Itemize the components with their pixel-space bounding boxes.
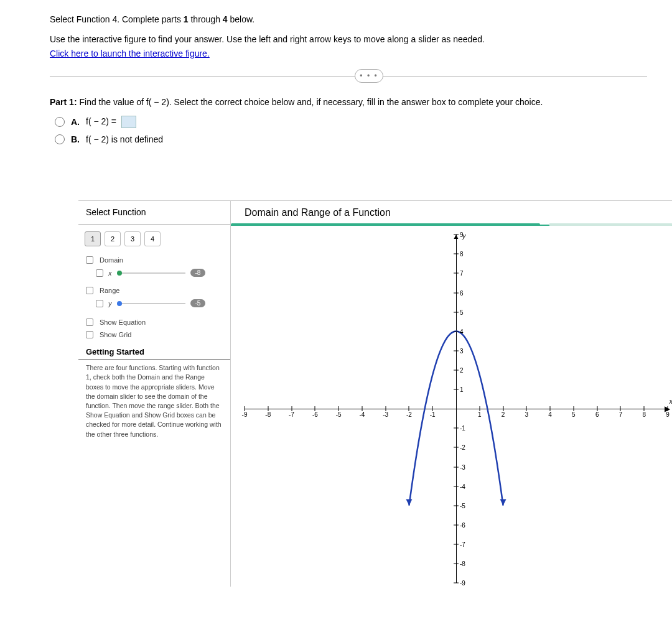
- y-tick: [454, 428, 459, 429]
- x-tick-label: 3: [525, 411, 529, 418]
- range-checkbox[interactable]: [86, 287, 93, 294]
- y-slider-thumb[interactable]: [117, 301, 122, 306]
- chart-title: Domain and Range of a Function: [231, 201, 672, 226]
- x-tick: [245, 406, 245, 411]
- bold-1: 1: [184, 14, 189, 24]
- x-tick: [479, 406, 480, 411]
- show-equation-checkbox[interactable]: [86, 318, 93, 326]
- y-tick: [454, 505, 459, 506]
- y-tick: [454, 254, 459, 254]
- show-grid-row: Show Grid: [78, 328, 230, 341]
- x-tick-label: -8: [265, 411, 271, 418]
- x-tick-label: -3: [383, 411, 388, 418]
- choice-a-text: f( − 2) =: [86, 116, 136, 128]
- function-button-4[interactable]: 4: [144, 231, 161, 246]
- function-button-row: 1 2 3 4: [78, 225, 230, 254]
- x-tick: [315, 406, 315, 411]
- function-button-3[interactable]: 3: [124, 231, 141, 246]
- y-tick: [454, 564, 459, 564]
- function-button-1[interactable]: 1: [85, 231, 101, 246]
- x-tick-label: 4: [548, 411, 552, 418]
- x-slider-thumb[interactable]: [117, 271, 122, 276]
- x-tick-label: 8: [642, 411, 646, 418]
- x-tick-label: -9: [242, 411, 248, 418]
- show-grid-checkbox[interactable]: [86, 331, 93, 338]
- x-tick: [644, 406, 645, 411]
- domain-checkbox[interactable]: [86, 256, 93, 264]
- x-tick-label: -5: [336, 411, 342, 418]
- bold-4: 4: [223, 14, 228, 24]
- launch-figure-link[interactable]: Click here to launch the interactive fig…: [50, 49, 210, 58]
- x-tick: [526, 406, 527, 411]
- x-tick: [409, 406, 409, 411]
- x-tick-label: 7: [619, 411, 623, 418]
- x-tick-label: -7: [289, 411, 294, 418]
- choice-b-text: f( − 2) is not defined: [86, 134, 163, 144]
- y-tick: [454, 524, 459, 525]
- x-tick: [550, 406, 551, 411]
- part1-prompt: Part 1: Find the value of f( − 2). Selec…: [50, 97, 647, 107]
- y-tick-label: 7: [460, 270, 464, 277]
- x-tick: [668, 406, 668, 411]
- x-tick-label: 5: [572, 411, 576, 418]
- y-tick: [454, 544, 459, 544]
- show-equation-row: Show Equation: [78, 316, 230, 328]
- answer-choices: A. f( − 2) = B. f( − 2) is not defined: [55, 116, 672, 144]
- select-function-header: Select Function: [78, 201, 230, 225]
- y-tick: [454, 292, 459, 293]
- text: through: [189, 14, 223, 24]
- x-slider[interactable]: [117, 271, 185, 276]
- radio-b[interactable]: [55, 134, 65, 144]
- function-button-2[interactable]: 2: [105, 231, 121, 246]
- text: below.: [228, 14, 255, 24]
- x-tick: [573, 406, 574, 411]
- x-value-pill: -8: [190, 269, 206, 277]
- getting-started-text: There are four functions. Starting with …: [78, 363, 230, 447]
- x-tick-label: -1: [430, 411, 436, 418]
- y-tick: [454, 235, 459, 235]
- left-panel: Select Function 1 2 3 4 Domain x -8 Rang…: [78, 201, 231, 587]
- y-slider[interactable]: [117, 301, 185, 306]
- x-tick: [291, 406, 292, 411]
- text: Select Function 4. Complete parts: [50, 14, 184, 24]
- y-tick-label: 6: [460, 289, 464, 296]
- ellipsis-pill[interactable]: • • •: [355, 69, 383, 83]
- answer-input-a[interactable]: [121, 116, 136, 128]
- x-tick-label: -4: [359, 411, 365, 418]
- y-tick-label: -9: [460, 580, 465, 587]
- choice-b-row[interactable]: B. f( − 2) is not defined: [55, 134, 672, 144]
- x-tick-label: 1: [478, 411, 482, 418]
- y-checkbox[interactable]: [96, 300, 103, 307]
- y-tick-label: -4: [460, 483, 465, 490]
- x-tick: [268, 406, 268, 411]
- range-row: Range: [78, 284, 230, 297]
- instructions: Select Function 4. Complete parts 1 thro…: [50, 12, 647, 60]
- y-tick: [454, 312, 459, 312]
- y-tick-label: -8: [460, 560, 465, 567]
- y-tick: [454, 273, 459, 274]
- x-tick-label: 2: [502, 411, 505, 418]
- y-tick-label: 4: [460, 328, 464, 335]
- y-tick-label: 2: [460, 366, 464, 373]
- choice-a-label: A.: [71, 117, 80, 127]
- y-slider-row: y -5: [78, 297, 230, 310]
- x-slider-row: x -8: [78, 266, 230, 279]
- y-tick-label: -7: [460, 541, 465, 547]
- range-label: Range: [100, 287, 119, 294]
- y-tick-label: 8: [460, 251, 464, 258]
- radio-a[interactable]: [55, 117, 65, 127]
- y-tick-label: 1: [460, 386, 464, 393]
- getting-started-header: Getting Started: [78, 341, 230, 360]
- separator: • • •: [50, 77, 647, 77]
- chart-area: ▲ ▶ y x -9-8-7-6-5-4-3-2-1123456789-9-8-…: [245, 235, 668, 583]
- y-tick-label: -1: [460, 425, 465, 432]
- choice-b-label: B.: [71, 134, 80, 144]
- x-checkbox[interactable]: [96, 269, 103, 277]
- instr-line2: Use the interactive figure to find your …: [50, 32, 647, 46]
- choice-a-row[interactable]: A. f( − 2) =: [55, 116, 672, 128]
- interactive-figure: Select Function 1 2 3 4 Domain x -8 Rang…: [78, 200, 672, 587]
- y-label: y: [108, 300, 112, 307]
- x-tick-label: 6: [595, 411, 599, 418]
- y-tick-label: -2: [460, 444, 465, 451]
- x-tick-label: -2: [406, 411, 412, 418]
